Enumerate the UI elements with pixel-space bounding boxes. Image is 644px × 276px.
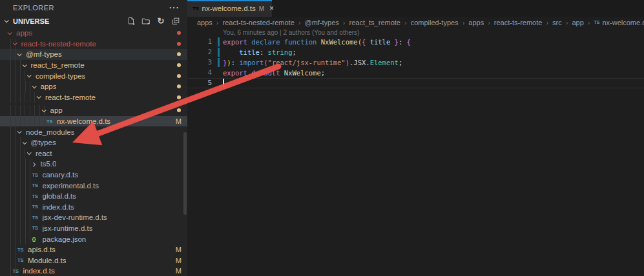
tree-item-ts5.0[interactable]: ts5.0 [0,159,187,170]
git-modified-badge: M [176,246,182,253]
code-text [212,78,224,88]
tree-item-label: canary.d.ts [43,171,78,179]
breadcrumb: apps›react-ts-nested-remote›@mf-types›re… [187,17,644,28]
code-text: }): import("react/jsx-runtime").JSX.Elem… [212,57,402,68]
tree-item-package.json[interactable]: {}package.json [0,233,187,244]
line-number: 4 [187,68,212,78]
tree-item-apps[interactable]: apps [0,28,187,39]
breadcrumb-item-compiled-types[interactable]: compiled-types [411,19,459,26]
breadcrumb-separator: › [566,19,568,26]
tree-item-index.d.ts[interactable]: TSindex.d.ts [0,202,187,213]
tree-item-react_ts_remote[interactable]: react_ts_remote [0,60,187,71]
git-modified-dot [177,42,181,46]
code-editor: You, 6 minutes ago | 2 authors (You and … [187,28,644,88]
git-modified-dot [177,84,181,88]
tree-item-Module.d.ts[interactable]: TSModule.d.tsM [0,255,187,266]
tree-item-compiled-types[interactable]: compiled-types [0,70,187,81]
more-actions-icon[interactable]: ··· [169,5,180,11]
chevron-down-icon [27,73,32,77]
chevron-down-icon [8,30,12,35]
collapse-all-icon[interactable] [171,16,181,26]
tree-item-@types[interactable]: @types [0,137,187,148]
breadcrumb-item-src[interactable]: src [552,19,562,26]
tree-item-label: ts5.0 [41,160,57,168]
tree-item-label: nx-welcome.d.ts [57,117,110,125]
chevron-down-icon [41,108,46,112]
tree-item-experimental.d.ts[interactable]: TSexperimental.d.ts [0,180,187,191]
line-number: 5 [187,78,212,88]
code-lines: 1export declare function NxWelcome({ tit… [187,37,644,88]
code-line-4[interactable]: 4export default NxWelcome; [187,68,644,78]
sidebar-scrollbar-thumb[interactable] [183,132,187,215]
tree-item-label: apis.d.ts [28,246,56,253]
line-number: 2 [187,47,212,57]
editor-panel: TS nx-welcome.d.ts M × apps›react-ts-nes… [187,0,644,276]
tree-item-nx-welcome.d.ts[interactable]: TSnx-welcome.d.tsM [0,116,187,127]
tree-item-canary.d.ts[interactable]: TScanary.d.ts [0,170,187,181]
tree-item-label: app [50,106,63,114]
workspace-section-header[interactable]: UNIVERSE ↻ [0,14,187,28]
breadcrumb-item-apps[interactable]: apps [197,19,213,26]
breadcrumb-separator: › [343,19,346,26]
tree-item-apps[interactable]: apps [0,81,187,92]
tree-item-@mf-types[interactable]: @mf-types [0,49,187,60]
git-modified-badge: M [176,257,182,264]
breadcrumb-item-nx-welcome.d.ts[interactable]: nx-welcome.d.ts [602,19,644,26]
breadcrumb-item-react-ts-remote[interactable]: react-ts-remote [494,19,543,26]
typescript-file-icon: TS [594,20,599,25]
code-line-5[interactable]: 5 [187,78,644,88]
typescript-file-icon: TS [13,268,23,274]
tree-item-node_modules[interactable]: node_modules [0,126,187,137]
chevron-down-icon [12,41,17,46]
code-line-2[interactable]: 2 title: string; [187,47,644,57]
code-line-3[interactable]: 3}): import("react/jsx-runtime").JSX.Ele… [187,57,644,68]
typescript-file-icon: TS [32,182,43,188]
tree-item-apis.d.ts[interactable]: TSapis.d.tsM [0,244,187,255]
typescript-file-icon: TS [17,247,28,253]
tree-item-react[interactable]: react [0,148,187,159]
breadcrumb-item-react-ts-nested-remote[interactable]: react-ts-nested-remote [223,19,295,26]
git-modified-badge: M [176,117,182,125]
tab-nx-welcome[interactable]: TS nx-welcome.d.ts M × [187,0,272,17]
text-cursor [223,79,224,87]
tree-item-global.d.ts[interactable]: TSglobal.d.ts [0,191,187,202]
breadcrumb-item-apps[interactable]: apps [468,19,484,26]
typescript-file-icon: TS [32,225,43,231]
chevron-down-icon [32,84,36,88]
tree-item-react-ts-remote[interactable]: react-ts-remote [0,92,187,103]
explorer-actions: ↻ [126,16,181,26]
tree-item-label: @types [31,139,56,146]
breadcrumb-separator: › [488,19,490,26]
close-icon[interactable]: × [269,5,274,12]
typescript-file-icon: TS [32,172,43,178]
code-line-1[interactable]: 1export declare function NxWelcome({ tit… [187,37,644,47]
breadcrumb-separator: › [298,19,301,26]
typescript-file-icon: TS [17,257,28,263]
tree-item-jsx-runtime.d.ts[interactable]: TSjsx-runtime.d.ts [0,223,187,234]
line-number: 1 [187,37,212,47]
explorer-title: EXPLORER [13,4,54,12]
tree-item-jsx-dev-runtime.d.ts[interactable]: TSjsx-dev-runtime.d.ts [0,212,187,223]
tab-bar: TS nx-welcome.d.ts M × [187,0,644,17]
refresh-icon[interactable]: ↻ [156,16,166,26]
typescript-file-icon: TS [32,204,43,210]
chevron-down-icon [37,95,41,99]
tree-item-label: apps [16,29,32,37]
tree-item-label: jsx-runtime.d.ts [43,224,93,232]
tree-item-label: apps [41,83,57,90]
tree-item-index.d.ts[interactable]: TSindex.d.tsM [0,266,187,276]
new-folder-icon[interactable] [141,16,151,26]
line-number: 3 [187,57,212,68]
new-file-icon[interactable] [126,16,136,26]
breadcrumb-item-@mf-types[interactable]: @mf-types [304,19,338,26]
git-modified-dot [177,52,181,56]
explorer-header: EXPLORER ··· [0,0,187,14]
tab-title: nx-welcome.d.ts [202,5,256,12]
tab-modified-indicator: M [259,5,264,12]
tree-item-react-ts-nested-remote[interactable]: react-ts-nested-remote [0,39,187,50]
tree-item-app[interactable]: app [0,105,187,116]
breadcrumb-item-app[interactable]: app [572,19,583,26]
code-text: title: string; [212,47,296,57]
typescript-file-icon: TS [32,193,43,199]
breadcrumb-item-react_ts_remote[interactable]: react_ts_remote [349,19,400,26]
